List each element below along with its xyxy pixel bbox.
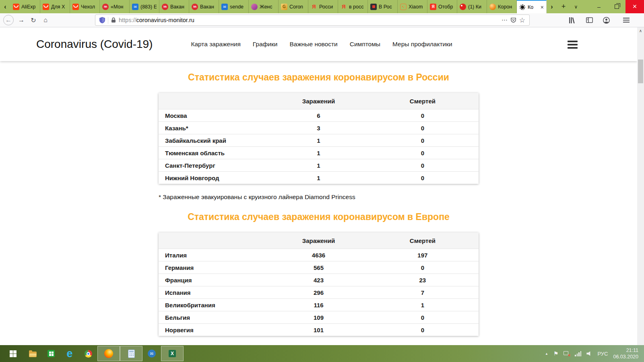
tray-time: 21:11 [613, 347, 638, 354]
browser-tab[interactable]: Корон [487, 0, 517, 13]
scrollbar-up-icon[interactable]: ∧ [637, 29, 644, 33]
wildberries-icon [251, 4, 258, 10]
site-menu-icon[interactable] [568, 41, 578, 42]
hh-icon: hh [162, 4, 168, 10]
tab-title: в росс [349, 4, 364, 10]
reload-button[interactable]: ↻ [27, 16, 39, 24]
tab-title: Отобр [438, 4, 453, 10]
region-cell: Казань* [159, 125, 270, 132]
table-row: Германия5650 [159, 261, 479, 274]
browser-tab[interactable]: Ко× [517, 0, 547, 13]
scrollbar[interactable]: ∧ [637, 27, 644, 345]
windows-store-button[interactable] [42, 346, 60, 361]
tracking-protection-shield-icon[interactable] [99, 17, 105, 23]
list-all-tabs-button[interactable]: ∨ [570, 0, 582, 13]
section-title: Статистика случаев заражения коронавирус… [0, 72, 637, 83]
volume-icon[interactable] [586, 351, 592, 356]
browser-tab[interactable]: AliExp [10, 0, 40, 13]
windows-taskbar: e✉X ▲ ⚑ × РУС 21:11 06.03.2020 [0, 345, 644, 362]
mail-envelope-icon: ✉ [221, 4, 228, 10]
infected-cell: 6 [270, 112, 367, 119]
video-icon [370, 4, 377, 10]
firefox-button[interactable] [97, 346, 120, 361]
chrome-button[interactable] [79, 346, 97, 361]
new-tab-button[interactable]: + [557, 0, 570, 13]
calculator-button[interactable] [120, 346, 142, 361]
browser-tab[interactable]: ЯРосси [308, 0, 338, 13]
browser-tab[interactable]: GCoron [279, 0, 308, 13]
table-row: Великобритания1161 [159, 298, 479, 311]
browser-tab[interactable]: В Рос [368, 0, 398, 13]
nav-link[interactable]: Графики [253, 41, 278, 48]
region-cell: Забайкальский край [159, 137, 270, 144]
deaths-cell: 0 [367, 327, 479, 333]
close-tab-icon[interactable]: × [541, 4, 544, 10]
network-disconnected-icon[interactable]: × [564, 351, 570, 356]
deaths-col-header: Смертей [367, 237, 479, 244]
scrollbar-thumb[interactable] [638, 60, 643, 83]
table-row: Франция42323 [159, 274, 479, 286]
scroll-tabs-left-button[interactable]: ‹ [0, 0, 10, 13]
tray-clock[interactable]: 21:11 06.03.2020 [613, 347, 638, 360]
site-logo[interactable]: Coronavirus (Covid-19) [36, 38, 153, 51]
browser-tab[interactable]: Чехол [70, 0, 100, 13]
tab-title: Вакан [200, 4, 214, 10]
deaths-cell: 197 [367, 252, 479, 259]
browser-tab[interactable]: hh«Мон [100, 0, 130, 13]
pocket-icon[interactable] [510, 17, 516, 23]
page-actions-icon[interactable]: ⋯ [502, 16, 508, 24]
account-icon[interactable] [603, 17, 610, 24]
tab-title: Росси [319, 4, 333, 10]
nav-link[interactable]: Карта заражения [191, 41, 240, 48]
browser-tab[interactable]: hhВакан [159, 0, 189, 13]
language-indicator[interactable]: РУС [597, 351, 608, 357]
tray-date: 06.03.2020 [613, 354, 638, 360]
region-cell: Норвегия [159, 327, 270, 333]
home-button[interactable]: ⌂ [39, 16, 52, 24]
browser-tab[interactable]: Женс [249, 0, 279, 13]
minimize-button[interactable]: – [590, 0, 608, 13]
menu-icon[interactable] [623, 20, 630, 21]
table-row: Бельгия1090 [159, 311, 479, 323]
infected-cell: 116 [270, 302, 367, 309]
browser-tab[interactable]: Яв росс [338, 0, 368, 13]
close-window-button[interactable]: × [625, 0, 644, 13]
lock-icon[interactable] [111, 17, 116, 23]
browser-tab[interactable]: Для X [40, 0, 70, 13]
chevron-right-icon: › [551, 3, 553, 10]
browser-tab[interactable]: hhВакан [189, 0, 219, 13]
thunderbird-button[interactable]: ✉ [142, 346, 161, 361]
url-bar[interactable]: https://coronavirus-monitor.ru ⋯ ☆ [95, 14, 530, 26]
bookmark-star-icon[interactable]: ☆ [519, 16, 525, 25]
deaths-cell: 1 [367, 302, 479, 309]
stats-table: ЗараженийСмертейИталия4636197Германия565… [159, 232, 479, 336]
start-button[interactable] [2, 346, 23, 361]
nav-link[interactable]: Симптомы [350, 41, 380, 48]
virus-icon [519, 4, 526, 10]
restore-button[interactable] [608, 0, 625, 13]
browser-tab[interactable]: ✉(883) Е [130, 0, 159, 13]
excel-button[interactable]: X [161, 346, 184, 361]
table-row: Тюменская область10 [159, 146, 479, 159]
back-button[interactable]: ← [3, 15, 14, 25]
web-page: Coronavirus (Covid-19) Карта зараженияГр… [0, 27, 637, 345]
show-hidden-icons-icon[interactable]: ▲ [545, 352, 548, 356]
forward-button[interactable]: → [15, 16, 27, 24]
library-icon[interactable] [569, 17, 576, 23]
internet-explorer-button[interactable]: e [60, 346, 79, 361]
browser-tab[interactable]: (1) Ки [457, 0, 487, 13]
nav-link[interactable]: Меры профилактики [392, 41, 452, 48]
yandex-icon: Я [341, 4, 347, 10]
file-explorer-button[interactable] [23, 346, 42, 361]
browser-tab[interactable]: ЯОтобр [427, 0, 457, 13]
browser-tab[interactable]: ✉sende [219, 0, 249, 13]
start-icon [10, 350, 17, 357]
browser-tab[interactable]: ↖Xiaom [398, 0, 427, 13]
sidebar-icon[interactable] [586, 17, 593, 23]
action-center-flag-icon[interactable]: ⚑ [553, 350, 559, 357]
scroll-tabs-right-button[interactable]: › [547, 0, 557, 13]
signal-strength-icon[interactable] [575, 351, 581, 356]
stats-table: ЗараженийСмертейМосква60Казань*30Забайка… [159, 93, 479, 184]
tab-title: Coron [289, 4, 303, 10]
nav-link[interactable]: Важные новости [289, 41, 337, 48]
